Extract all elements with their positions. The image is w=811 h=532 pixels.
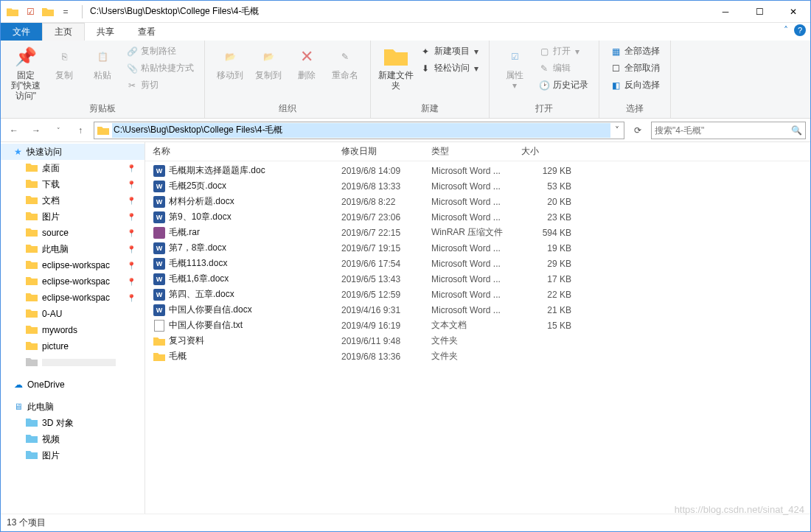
col-name[interactable]: 名称: [153, 145, 341, 158]
address-dropdown-icon[interactable]: ˅: [610, 125, 624, 136]
cut-button[interactable]: ✂剪切: [123, 77, 197, 93]
file-row[interactable]: W第四、五章.docx2019/6/5 12:59Microsoft Word …: [145, 287, 810, 302]
search-icon[interactable]: 🔍: [791, 125, 802, 136]
properties-button[interactable]: ☑属性▾: [497, 43, 532, 91]
new-item-button[interactable]: ✦新建项目▾: [417, 43, 481, 59]
refresh-button[interactable]: ⟳: [629, 122, 647, 139]
sidebar-item[interactable]: 视频: [1, 431, 145, 447]
tab-home[interactable]: 主页: [42, 23, 85, 41]
tab-view[interactable]: 查看: [126, 23, 167, 41]
sidebar-item[interactable]: eclipse-workspac📍: [1, 257, 145, 273]
file-row[interactable]: W毛概25页.docx2019/6/8 13:33Microsoft Word …: [145, 178, 810, 194]
file-row[interactable]: W第7，8章.docx2019/6/7 19:15Microsoft Word …: [145, 240, 810, 256]
forward-button[interactable]: →: [27, 122, 45, 139]
minimize-ribbon-icon[interactable]: ˄: [784, 25, 788, 35]
file-row[interactable]: W毛概1,6章.docx2019/6/5 13:43Microsoft Word…: [145, 271, 810, 287]
sidebar-this-pc[interactable]: 🖥此电脑: [1, 399, 145, 415]
paste-shortcut-button[interactable]: 📎粘贴快捷方式: [123, 60, 197, 76]
select-none-button[interactable]: ☐全部取消: [607, 60, 663, 76]
file-date: 2019/6/7 22:15: [341, 228, 431, 238]
address-input[interactable]: [112, 123, 610, 138]
word-icon: W: [153, 258, 165, 270]
sidebar-onedrive[interactable]: ☁OneDrive: [1, 377, 145, 393]
word-icon: W: [153, 289, 165, 301]
file-row[interactable]: 毛概2019/6/8 13:36文件夹: [145, 349, 810, 364]
sidebar-item-label: 视频: [42, 433, 60, 446]
search-input[interactable]: [655, 125, 791, 136]
file-list[interactable]: W毛概期末选择题题库.doc2019/6/8 14:09Microsoft Wo…: [145, 161, 810, 364]
sidebar-item[interactable]: 文档📍: [1, 192, 145, 209]
open-icon: ▢: [538, 46, 550, 57]
copy-path-button[interactable]: 🔗复制路径: [123, 43, 197, 59]
file-size: 129 KB: [521, 166, 580, 176]
maximize-button[interactable]: ☐: [742, 1, 776, 23]
tab-share[interactable]: 共享: [85, 23, 126, 41]
minimize-button[interactable]: ─: [709, 1, 742, 23]
sidebar-item[interactable]: 下载📍: [1, 176, 145, 192]
file-row[interactable]: W毛概1113.docx2019/6/6 17:54Microsoft Word…: [145, 256, 810, 271]
file-name: 材料分析题.docx: [169, 195, 341, 208]
sidebar-item[interactable]: 图片📍: [1, 209, 145, 225]
invert-selection-button[interactable]: ◧反向选择: [607, 77, 663, 93]
sidebar-item[interactable]: 0-AU: [1, 306, 145, 322]
nav-pane[interactable]: ★ 快速访问 桌面📍下载📍文档📍图片📍source📍此电脑📍eclipse-wo…: [1, 142, 145, 531]
file-row[interactable]: 毛概.rar2019/6/7 22:15WinRAR 压缩文件594 KB: [145, 225, 810, 240]
qat-folder-icon[interactable]: [40, 4, 56, 20]
help-icon[interactable]: ?: [794, 24, 806, 36]
file-row[interactable]: W材料分析题.docx2019/6/8 8:22Microsoft Word .…: [145, 194, 810, 209]
new-folder-button[interactable]: 新建文件夹: [378, 43, 414, 91]
close-button[interactable]: ✕: [776, 1, 810, 23]
file-name: 第7，8章.docx: [169, 242, 341, 254]
move-to-button[interactable]: 📂移动到: [212, 43, 248, 80]
sidebar-item[interactable]: eclipse-workspac📍: [1, 273, 145, 290]
sidebar-item[interactable]: 图片: [1, 447, 145, 463]
qat-dropdown-icon[interactable]: =: [58, 4, 74, 20]
folder-icon: [26, 227, 38, 239]
sidebar-item[interactable]: 桌面📍: [1, 160, 145, 176]
separator: [82, 5, 83, 18]
file-row[interactable]: W中国人你要自信.docx2019/4/16 9:31Microsoft Wor…: [145, 302, 810, 318]
pin-to-quick-access-button[interactable]: 📌 固定到"快速访问": [8, 43, 43, 101]
search-box[interactable]: 🔍: [651, 122, 806, 139]
sidebar-item[interactable]: eclipse-workspac📍: [1, 290, 145, 306]
recent-dropdown[interactable]: ˅: [49, 122, 67, 139]
col-size[interactable]: 大小: [521, 145, 580, 158]
sidebar-label: OneDrive: [27, 379, 65, 390]
word-icon: W: [153, 304, 165, 316]
tab-file[interactable]: 文件: [1, 23, 42, 41]
open-button[interactable]: ▢打开▾: [535, 43, 591, 59]
file-row[interactable]: 复习资料2019/6/11 9:48文件夹: [145, 333, 810, 349]
copy-to-button[interactable]: 📂复制到: [251, 43, 286, 80]
file-list-pane: 名称 修改日期 类型 大小 W毛概期末选择题题库.doc2019/6/8 14:…: [145, 142, 810, 531]
properties-checkmark-icon[interactable]: ☑: [22, 4, 38, 20]
rename-button[interactable]: ✎重命名: [327, 43, 363, 80]
up-button[interactable]: ↑: [72, 122, 89, 139]
col-type[interactable]: 类型: [431, 145, 521, 158]
sidebar-quick-access[interactable]: ★ 快速访问: [1, 144, 145, 160]
file-row[interactable]: W毛概期末选择题题库.doc2019/6/8 14:09Microsoft Wo…: [145, 163, 810, 178]
back-button[interactable]: ←: [5, 122, 23, 139]
sidebar-item[interactable]: 此电脑📍: [1, 241, 145, 257]
file-row[interactable]: W第9、10章.docx2019/6/7 23:06Microsoft Word…: [145, 209, 810, 225]
easy-access-button[interactable]: ⬇轻松访问▾: [417, 60, 481, 76]
select-all-button[interactable]: ▦全部选择: [607, 43, 663, 59]
copy-button[interactable]: ⎘ 复制: [46, 43, 82, 80]
history-button[interactable]: 🕑历史记录: [535, 77, 591, 93]
group-label: 新建: [378, 101, 481, 116]
paste-button[interactable]: 📋 粘贴: [85, 43, 120, 80]
sidebar-item-label: eclipse-workspac: [42, 293, 110, 303]
sidebar-item[interactable]: source📍: [1, 225, 145, 241]
folder-icon: [26, 243, 38, 256]
file-row[interactable]: 中国人你要自信.txt2019/4/9 16:19文本文档15 KB: [145, 318, 810, 333]
delete-button[interactable]: ✕删除: [289, 43, 324, 80]
rename-icon: ✎: [333, 45, 357, 69]
sidebar-item[interactable]: [1, 354, 145, 371]
col-date[interactable]: 修改日期: [341, 145, 431, 158]
sidebar-item[interactable]: 3D 对象: [1, 415, 145, 431]
sidebar-item[interactable]: mywords: [1, 322, 145, 338]
edit-button[interactable]: ✎编辑: [535, 60, 591, 76]
file-date: 2019/6/5 13:43: [341, 274, 431, 284]
sidebar-item[interactable]: picture: [1, 338, 145, 354]
address-bar[interactable]: ˅: [94, 122, 624, 139]
column-headers[interactable]: 名称 修改日期 类型 大小: [145, 142, 810, 161]
